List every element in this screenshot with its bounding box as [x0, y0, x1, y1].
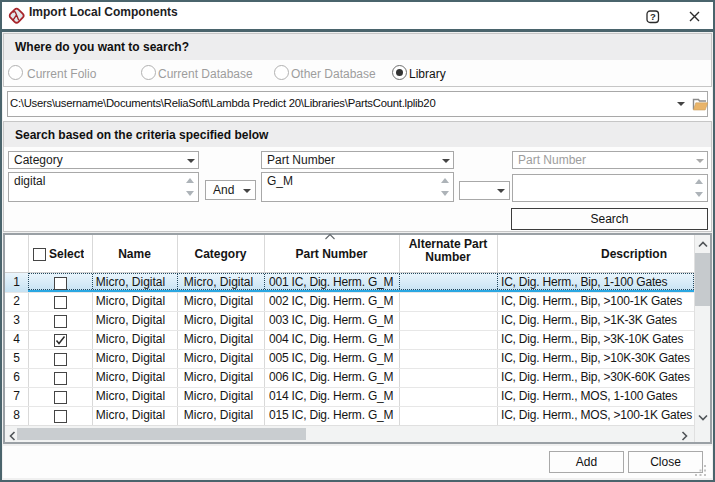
svg-text:?: ?: [650, 11, 656, 22]
